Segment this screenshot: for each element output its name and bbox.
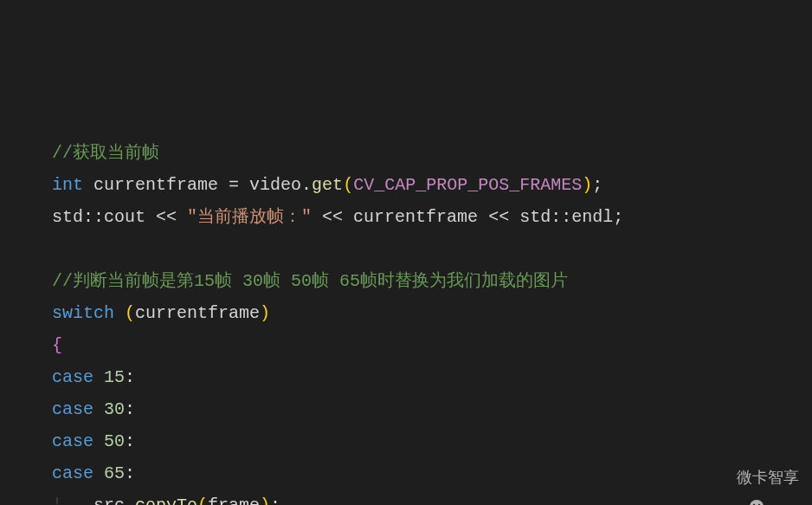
code-line-7: { <box>52 329 812 361</box>
code-line-2: int currentframe = video.get(CV_CAP_PROP… <box>52 169 812 201</box>
code-line-9: case 30: <box>52 393 812 425</box>
code-line-11: case 65: <box>52 457 812 489</box>
watermark: 微卡智享 <box>707 463 799 492</box>
code-line-6: switch (currentframe) <box>52 297 812 329</box>
code-line-5: //判断当前帧是第15帧 30帧 50帧 65帧时替换为我们加载的图片 <box>52 265 812 297</box>
code-line-4 <box>52 233 812 265</box>
svg-point-0 <box>750 500 764 505</box>
code-line-1: //获取当前帧 <box>52 137 812 169</box>
code-line-10: case 50: <box>52 425 812 457</box>
code-block[interactable]: //获取当前帧int currentframe = video.get(CV_C… <box>52 137 812 505</box>
watermark-text: 微卡智享 <box>737 463 799 492</box>
code-line-8: case 15: <box>52 361 812 393</box>
code-line-3: std::cout << "当前播放帧：" << currentframe <<… <box>52 201 812 233</box>
wechat-icon <box>707 467 731 488</box>
code-line-12: ¦ src.copyTo(frame); <box>52 489 812 505</box>
